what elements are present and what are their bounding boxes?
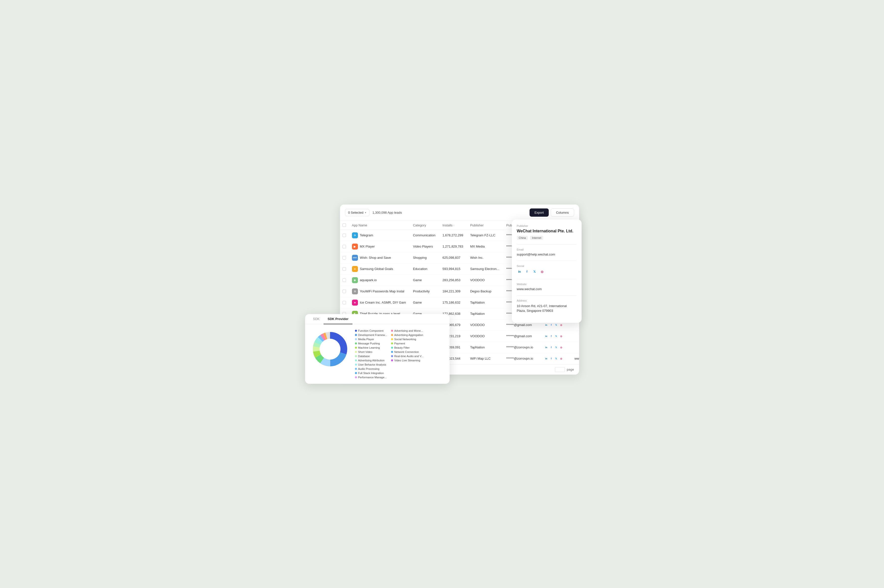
extra: www. bbox=[571, 353, 579, 364]
website-value: www.wechat.com bbox=[517, 287, 576, 291]
app-name: MX Player bbox=[360, 244, 375, 248]
row-checkbox[interactable] bbox=[342, 290, 346, 293]
row-checkbox[interactable] bbox=[342, 278, 346, 282]
legend-item: Performance Manage... bbox=[355, 376, 387, 379]
website-label: Website bbox=[517, 283, 576, 286]
app-icon: ◈ bbox=[352, 300, 358, 306]
legend-item: Machine Learning bbox=[355, 346, 387, 349]
col-category: Category bbox=[410, 221, 439, 230]
category: Productivity bbox=[410, 286, 439, 297]
category: Game bbox=[410, 274, 439, 286]
facebook-icon: f bbox=[549, 323, 553, 327]
social-icons: inf𝕏◎ bbox=[544, 357, 567, 361]
extra bbox=[571, 342, 579, 353]
email-label: Email bbox=[517, 248, 576, 251]
app-icon: ⊕ bbox=[352, 266, 358, 272]
col-publisher: Publisher bbox=[467, 221, 503, 230]
app-icon: ⊞ bbox=[352, 288, 358, 294]
legend-dot bbox=[355, 330, 357, 332]
legend-label: Audio Processing bbox=[358, 368, 380, 370]
legend-dot bbox=[391, 351, 393, 353]
twitter-icon: 𝕏 bbox=[554, 357, 558, 361]
extra bbox=[571, 330, 579, 342]
legend-item: Full Stack Integration bbox=[355, 372, 387, 375]
row-checkbox[interactable] bbox=[342, 245, 346, 248]
row-checkbox[interactable] bbox=[342, 256, 346, 260]
app-icon: ▶ bbox=[352, 244, 358, 249]
legend-label: Full Stack Integration bbox=[358, 372, 384, 375]
legend-dot bbox=[355, 368, 357, 370]
legend-dot bbox=[355, 346, 357, 349]
sdk-tabs: SDK SDK Provider bbox=[305, 314, 450, 324]
address-value: 10 Anson Rd, #21-07, International Plaza… bbox=[517, 304, 576, 313]
facebook-icon: f bbox=[549, 357, 553, 361]
col-app-name: App Name bbox=[348, 221, 410, 230]
website-section: Website www.wechat.com bbox=[517, 283, 576, 291]
leads-count: 1,300,098 App leads bbox=[372, 211, 402, 214]
legend-item: Message Pushing bbox=[355, 342, 387, 345]
legend-item: Advertising Aggregation bbox=[391, 333, 424, 336]
legend-label: Beauty Filter bbox=[394, 346, 410, 349]
legend-item: Audio Processing bbox=[355, 368, 387, 370]
installs: 593,994,815 bbox=[439, 263, 467, 274]
export-button[interactable]: Export bbox=[530, 208, 549, 217]
twitter-icon[interactable]: 𝕏 bbox=[532, 269, 537, 274]
row-checkbox[interactable] bbox=[342, 267, 346, 271]
tab-sdk[interactable]: SDK bbox=[309, 314, 324, 324]
legend-dot bbox=[391, 359, 393, 362]
installs: 1,678,272,299 bbox=[439, 230, 467, 241]
legend-item: Advertising and Mone... bbox=[391, 329, 424, 332]
publisher-label: Publisher bbox=[517, 224, 576, 227]
sdk-card: SDK SDK Provider bbox=[305, 314, 450, 384]
publisher: TapNation bbox=[467, 342, 503, 353]
app-name-cell: ⊕Samsung Global Goals bbox=[352, 266, 406, 272]
publisher: Wish Inc. bbox=[467, 252, 503, 263]
app-name-cell: ✈Telegram bbox=[352, 232, 406, 238]
instagram-icon[interactable]: ◎ bbox=[539, 269, 545, 274]
selected-button[interactable]: 0 Selected ▾ bbox=[345, 209, 369, 216]
social-section: Social in f 𝕏 ◎ bbox=[517, 264, 576, 274]
tab-sdk-provider[interactable]: SDK Provider bbox=[324, 314, 353, 324]
publisher: VOODOO bbox=[467, 330, 503, 342]
header-left: 0 Selected ▾ 1,300,098 App leads bbox=[345, 209, 402, 216]
app-name-cell: ◉aquapark.io bbox=[352, 277, 406, 283]
publisher-section: Publisher WeChat International Pte. Ltd.… bbox=[517, 224, 576, 240]
app-name: Ice Cream Inc. ASMR, DIY Gam bbox=[360, 301, 406, 304]
instagram-icon: ◎ bbox=[559, 345, 563, 350]
legend-label: Video Live Streaming bbox=[394, 359, 420, 362]
publisher: Samsung Electron... bbox=[467, 263, 503, 274]
columns-button[interactable]: Columns bbox=[551, 208, 574, 217]
page-number-input[interactable] bbox=[555, 367, 565, 372]
facebook-icon: f bbox=[549, 345, 553, 350]
row-checkbox[interactable] bbox=[342, 234, 346, 237]
legend-item: Media Player bbox=[355, 338, 387, 341]
legend-label: Advertising Attribution bbox=[358, 359, 384, 362]
app-icon: ✈ bbox=[352, 232, 358, 238]
instagram-icon: ◎ bbox=[559, 323, 563, 327]
facebook-icon[interactable]: f bbox=[524, 269, 530, 274]
app-name: aquapark.io bbox=[360, 278, 377, 282]
legend-dot bbox=[355, 355, 357, 357]
legend-label: Network Connection bbox=[394, 350, 419, 353]
legend-label: Performance Manage... bbox=[358, 376, 387, 379]
legend-label: User Behavior Analysis bbox=[358, 363, 386, 366]
chevron-down-icon: ▾ bbox=[365, 211, 366, 214]
app-name-cell: ⊞YouWiFi Passwords Map Instal bbox=[352, 288, 406, 294]
row-checkbox[interactable] bbox=[342, 301, 346, 304]
selected-label: 0 Selected bbox=[348, 211, 363, 214]
legend-label: Message Pushing bbox=[358, 342, 380, 345]
select-all-header[interactable] bbox=[340, 221, 348, 230]
legend-item: Social Networking bbox=[391, 338, 424, 341]
col-installs[interactable]: Installs ↕ bbox=[439, 221, 467, 230]
linkedin-icon[interactable]: in bbox=[517, 269, 522, 274]
legend-col-right: Advertising and Mone... Advertising Aggr… bbox=[391, 329, 424, 379]
legend-item: User Behavior Analysis bbox=[355, 363, 387, 366]
installs: 283,256,853 bbox=[439, 274, 467, 286]
email-section: Email support@help.wechat.com bbox=[517, 248, 576, 256]
app-icon: wish bbox=[352, 255, 358, 261]
publisher: TapNation bbox=[467, 308, 503, 319]
twitter-icon: 𝕏 bbox=[554, 323, 558, 327]
select-all-checkbox[interactable] bbox=[342, 224, 346, 227]
linkedin-icon: in bbox=[544, 357, 548, 361]
legend-dot bbox=[355, 359, 357, 362]
